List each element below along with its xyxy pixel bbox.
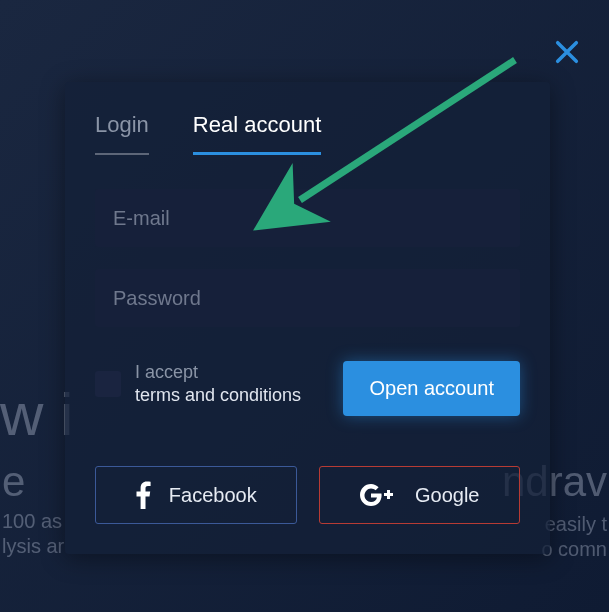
bg-frag: 100 as: [2, 510, 62, 533]
google-label: Google: [415, 484, 480, 507]
terms-text: I accept terms and conditions: [135, 361, 301, 407]
tab-real-account[interactable]: Real account: [193, 112, 321, 155]
bg-frag: w i: [0, 380, 73, 449]
social-row: Facebook Google: [95, 466, 520, 524]
password-field[interactable]: [95, 269, 520, 327]
accept-prefix: I accept: [135, 362, 198, 382]
tabs: Login Real account: [95, 112, 520, 155]
auth-modal: Login Real account I accept terms and co…: [65, 82, 550, 554]
bg-frag: o comn: [541, 538, 607, 561]
google-button[interactable]: Google: [319, 466, 521, 524]
facebook-icon: [135, 481, 151, 509]
bg-frag: e: [2, 458, 25, 506]
facebook-label: Facebook: [169, 484, 257, 507]
email-field[interactable]: [95, 189, 520, 247]
bg-frag: lysis ar: [2, 535, 64, 558]
google-plus-icon: [359, 483, 397, 507]
open-account-button[interactable]: Open account: [343, 361, 520, 416]
terms-link[interactable]: terms and conditions: [135, 384, 301, 407]
bg-frag: easily t: [545, 513, 607, 536]
accept-and-submit-row: I accept terms and conditions Open accou…: [95, 361, 520, 416]
tab-login[interactable]: Login: [95, 112, 149, 155]
facebook-button[interactable]: Facebook: [95, 466, 297, 524]
terms-accept: I accept terms and conditions: [95, 361, 301, 407]
terms-checkbox[interactable]: [95, 371, 121, 397]
close-icon[interactable]: [553, 38, 581, 66]
